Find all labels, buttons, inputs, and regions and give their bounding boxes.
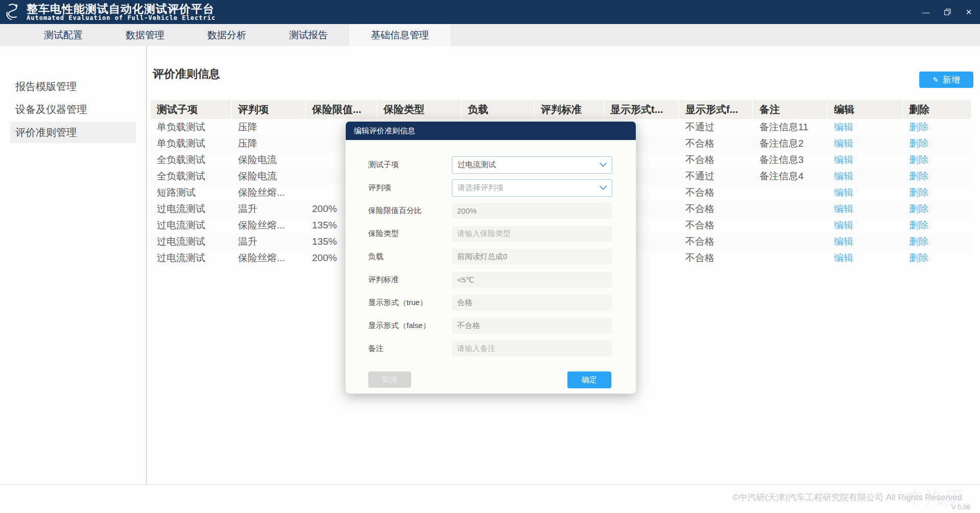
column-header: 保险类型	[377, 100, 462, 119]
field-label: 测试子项	[368, 160, 452, 170]
table-cell	[753, 184, 828, 201]
table-cell: 保险丝熔...	[232, 250, 306, 266]
table-cell: 全负载测试	[151, 168, 232, 184]
select-value: 请选择评判项	[458, 183, 504, 193]
minimize-button[interactable]: —	[919, 5, 933, 19]
add-button-label: 新增	[943, 74, 960, 86]
field-row-load: 负载前阅读灯总成0	[346, 245, 636, 268]
sidebar-item-evaluation-criteria-management[interactable]: 评价准则管理	[10, 122, 136, 143]
column-header: 评判标准	[535, 100, 604, 119]
app-logo-icon	[4, 2, 21, 22]
edit-link[interactable]: 编辑	[828, 119, 903, 135]
titlebar: 整车电性能测试自动化测试评价平台 Automated Evaluation of…	[0, 0, 980, 24]
input-load[interactable]: 前阅读灯总成0	[452, 249, 612, 265]
app-subtitle: Automated Evaluation of Full-Vehicle Ele…	[27, 15, 216, 21]
delete-link[interactable]: 删除	[903, 168, 972, 184]
column-header: 编辑	[828, 100, 903, 119]
input-remark[interactable]: 请输入备注	[452, 341, 612, 357]
field-label: 负载	[368, 252, 452, 262]
footer: 中汽研 ©中汽研(天津)汽车工程研究院有限公司 All Rights Reser…	[0, 484, 980, 513]
nav-tabs: 测试配置数据管理数据分析测试报告基础信息管理	[0, 24, 980, 46]
delete-link[interactable]: 删除	[903, 201, 972, 217]
table-cell: 压降	[232, 135, 306, 152]
table-cell: 保险丝熔...	[232, 184, 306, 201]
input-display-false[interactable]: 不合格	[452, 318, 612, 334]
table-cell: 备注信息4	[753, 168, 828, 184]
delete-link[interactable]: 删除	[903, 135, 972, 152]
edit-criteria-modal: 编辑评价准则信息 测试子项过电流测试评判项请选择评判项保险限值百分比200%保险…	[345, 121, 636, 394]
field-label: 评判项	[368, 183, 452, 193]
field-label: 保险限值百分比	[368, 206, 452, 216]
edit-link[interactable]: 编辑	[828, 250, 903, 266]
tab-test-config[interactable]: 测试配置	[22, 24, 104, 46]
cancel-button[interactable]: 取消	[368, 371, 411, 388]
column-header: 删除	[903, 100, 972, 119]
confirm-button[interactable]: 确定	[567, 371, 611, 388]
table-cell: 不合格	[679, 152, 753, 168]
field-label: 备注	[368, 344, 452, 354]
add-button[interactable]: ✎ 新增	[919, 72, 973, 88]
select-test-subitem[interactable]: 过电流测试	[452, 156, 612, 174]
tab-test-report[interactable]: 测试报告	[268, 24, 349, 46]
app-title: 整车电性能测试自动化测试评价平台	[27, 3, 216, 15]
input-fuse-limit-percent[interactable]: 200%	[452, 203, 612, 219]
input-fuse-type[interactable]: 请输入保险类型	[452, 226, 612, 242]
tab-data-analysis[interactable]: 数据分析	[186, 24, 268, 46]
field-label: 显示形式（false）	[368, 321, 452, 331]
column-header: 负载	[462, 100, 535, 119]
table-cell: 过电流测试	[151, 201, 232, 217]
copyright-text: ©中汽研(天津)汽车工程研究院有限公司 All Rights Reserved	[732, 492, 962, 503]
edit-link[interactable]: 编辑	[828, 234, 903, 250]
field-label: 显示形式（true）	[368, 298, 452, 308]
input-display-true[interactable]: 合格	[452, 295, 612, 311]
delete-link[interactable]: 删除	[903, 217, 972, 234]
table-cell: 温升	[232, 234, 306, 250]
modal-actions: 取消 确定	[368, 371, 611, 388]
table-cell: 单负载测试	[151, 119, 232, 135]
edit-link[interactable]: 编辑	[828, 217, 903, 234]
delete-link[interactable]: 删除	[903, 234, 972, 250]
column-header: 保险限值...	[306, 100, 377, 119]
sidebar: 报告模版管理设备及仪器管理评价准则管理	[0, 46, 147, 484]
edit-link[interactable]: 编辑	[828, 184, 903, 201]
sidebar-item-device-instrument-management[interactable]: 设备及仪器管理	[10, 99, 136, 120]
chevron-down-icon	[600, 162, 607, 167]
delete-link[interactable]: 删除	[903, 152, 972, 168]
table-cell: 备注信息3	[753, 152, 828, 168]
table-cell: 单负载测试	[151, 135, 232, 152]
field-row-judgement-item: 评判项请选择评判项	[346, 176, 636, 199]
column-header: 备注	[753, 100, 828, 119]
sidebar-item-report-template-management[interactable]: 报告模版管理	[10, 76, 136, 97]
table-cell: 不合格	[679, 135, 753, 152]
restore-icon	[944, 9, 951, 15]
table-cell: 备注信息2	[753, 135, 828, 152]
tab-basic-info-management[interactable]: 基础信息管理	[349, 24, 450, 46]
edit-link[interactable]: 编辑	[828, 168, 903, 184]
close-button[interactable]: ✕	[962, 5, 976, 19]
table-cell: 压降	[232, 119, 306, 135]
edit-link[interactable]: 编辑	[828, 152, 903, 168]
field-row-fuse-limit-percent: 保险限值百分比200%	[346, 199, 636, 222]
version-label: V 0.06	[951, 503, 970, 511]
table-cell	[753, 250, 828, 266]
field-row-display-true: 显示形式（true）合格	[346, 291, 636, 314]
restore-button[interactable]	[940, 5, 954, 19]
delete-link[interactable]: 删除	[903, 119, 972, 135]
tab-data-management[interactable]: 数据管理	[104, 24, 186, 46]
field-row-judgement-standard: 评判标准<5℃	[346, 268, 636, 291]
select-judgement-item[interactable]: 请选择评判项	[452, 179, 612, 197]
edit-link[interactable]: 编辑	[828, 135, 903, 152]
modal-fields: 测试子项过电流测试评判项请选择评判项保险限值百分比200%保险类型请输入保险类型…	[346, 140, 636, 360]
table-cell: 不通过	[679, 119, 753, 135]
column-header: 显示形式t...	[604, 100, 679, 119]
table-cell: 保险电流	[232, 152, 306, 168]
delete-link[interactable]: 删除	[903, 184, 972, 201]
field-row-fuse-type: 保险类型请输入保险类型	[346, 222, 636, 245]
table-cell: 温升	[232, 201, 306, 217]
input-judgement-standard[interactable]: <5℃	[452, 272, 612, 288]
field-row-test-subitem: 测试子项过电流测试	[346, 153, 636, 176]
table-cell: 保险丝熔...	[232, 217, 306, 234]
edit-link[interactable]: 编辑	[828, 201, 903, 217]
delete-link[interactable]: 删除	[903, 250, 972, 266]
table-cell: 短路测试	[151, 184, 232, 201]
